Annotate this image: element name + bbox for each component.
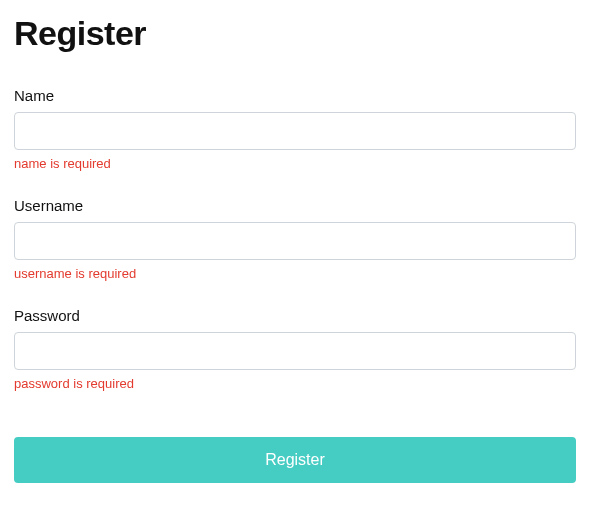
register-form: Name name is required Username username … — [14, 87, 576, 483]
password-input[interactable] — [14, 332, 576, 370]
username-label: Username — [14, 197, 576, 214]
name-field-group: Name name is required — [14, 87, 576, 171]
name-input[interactable] — [14, 112, 576, 150]
page-title: Register — [14, 14, 576, 53]
name-error: name is required — [14, 156, 576, 171]
username-field-group: Username username is required — [14, 197, 576, 281]
password-error: password is required — [14, 376, 576, 391]
username-error: username is required — [14, 266, 576, 281]
name-label: Name — [14, 87, 576, 104]
password-label: Password — [14, 307, 576, 324]
password-field-group: Password password is required — [14, 307, 576, 391]
register-button[interactable]: Register — [14, 437, 576, 483]
username-input[interactable] — [14, 222, 576, 260]
